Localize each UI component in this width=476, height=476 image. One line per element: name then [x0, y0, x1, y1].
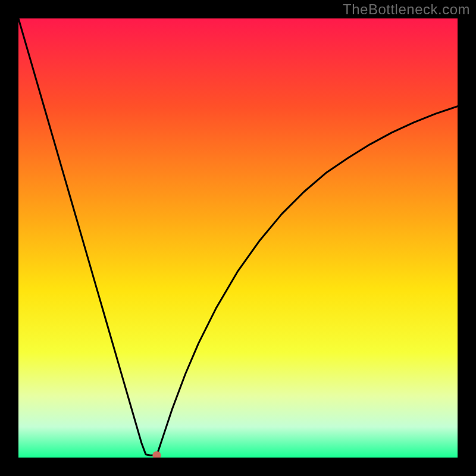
- watermark-text: TheBottleneck.com: [343, 1, 470, 18]
- plot-area: [18, 18, 458, 458]
- gradient-background: [18, 18, 458, 458]
- plot-svg: [18, 18, 458, 458]
- chart-frame: TheBottleneck.com: [0, 0, 476, 476]
